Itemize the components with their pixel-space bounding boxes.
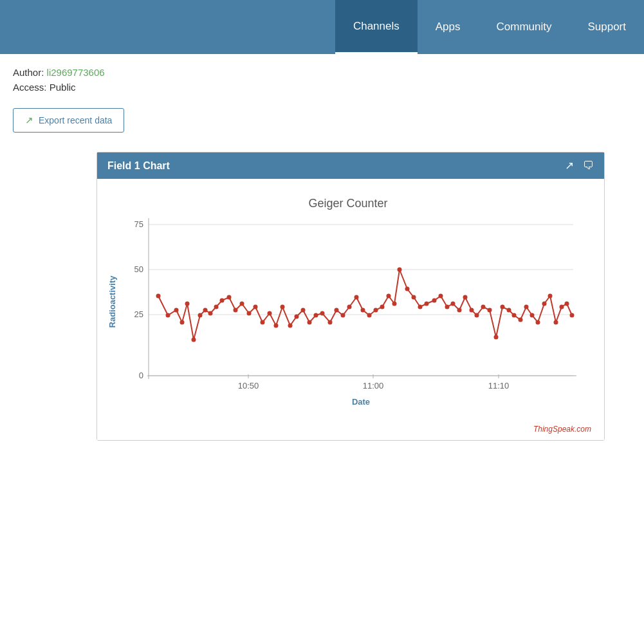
nav-support[interactable]: Support <box>569 0 644 54</box>
svg-text:25: 25 <box>134 309 143 319</box>
svg-text:Radioactivity: Radioactivity <box>107 275 117 328</box>
svg-text:Date: Date <box>352 397 370 407</box>
access-value: Public <box>50 82 76 93</box>
chart-header-title: Field 1 Chart <box>107 160 170 172</box>
svg-point-34 <box>261 320 265 325</box>
svg-point-29 <box>227 295 232 300</box>
svg-point-52 <box>380 305 385 309</box>
svg-point-50 <box>367 313 372 318</box>
svg-text:75: 75 <box>134 219 143 229</box>
svg-point-60 <box>432 299 437 303</box>
svg-text:50: 50 <box>134 264 143 274</box>
svg-point-73 <box>512 313 517 318</box>
svg-point-32 <box>247 311 252 316</box>
svg-text:11:00: 11:00 <box>363 381 384 391</box>
chart-card: Field 1 Chart ↗ 🗨 Geiger Counter <box>97 152 605 441</box>
svg-point-45 <box>335 308 339 313</box>
svg-point-23 <box>192 338 196 342</box>
chart-svg-container: Geiger Counter <box>104 189 598 423</box>
svg-point-58 <box>418 305 423 309</box>
svg-text:11:10: 11:10 <box>488 381 510 391</box>
svg-point-68 <box>481 305 486 309</box>
svg-point-71 <box>501 305 505 309</box>
svg-point-36 <box>274 324 279 328</box>
svg-point-46 <box>341 313 345 318</box>
svg-point-53 <box>387 294 391 299</box>
author-link[interactable]: li2969773606 <box>47 67 105 78</box>
svg-point-76 <box>530 313 535 318</box>
svg-point-19 <box>166 313 170 318</box>
svg-point-37 <box>281 305 285 309</box>
access-line: Access: Public <box>13 82 631 93</box>
access-label: Access: <box>13 82 47 93</box>
svg-point-57 <box>412 295 416 300</box>
svg-point-72 <box>507 308 511 313</box>
svg-point-33 <box>253 305 258 309</box>
svg-point-43 <box>320 311 325 316</box>
expand-icon[interactable]: ↗ <box>565 159 574 172</box>
chart-header: Field 1 Chart ↗ 🗨 <box>97 152 604 179</box>
svg-point-62 <box>445 305 450 309</box>
svg-point-82 <box>565 302 569 306</box>
svg-point-20 <box>174 308 179 313</box>
nav-community-label: Community <box>496 21 551 33</box>
svg-point-66 <box>470 308 474 313</box>
chart-header-icons: ↗ 🗨 <box>565 159 594 172</box>
svg-point-54 <box>392 302 397 306</box>
svg-point-70 <box>494 335 499 340</box>
navbar: Channels Apps Community Support <box>0 0 644 54</box>
svg-point-42 <box>314 313 318 318</box>
svg-point-78 <box>542 302 547 306</box>
svg-point-25 <box>203 308 208 313</box>
comment-icon[interactable]: 🗨 <box>583 160 594 172</box>
svg-point-28 <box>220 299 225 303</box>
svg-point-21 <box>180 320 185 325</box>
svg-point-80 <box>554 320 558 325</box>
svg-text:10:50: 10:50 <box>238 381 259 391</box>
svg-point-63 <box>451 302 455 306</box>
svg-point-67 <box>475 313 479 318</box>
svg-point-65 <box>463 295 468 300</box>
svg-point-26 <box>208 311 213 316</box>
nav-support-label: Support <box>587 21 626 33</box>
svg-point-83 <box>570 313 575 318</box>
svg-point-27 <box>214 305 219 309</box>
chart-title-text: Geiger Counter <box>308 197 387 210</box>
svg-point-41 <box>308 320 312 325</box>
svg-point-59 <box>425 302 429 306</box>
svg-point-31 <box>240 302 244 306</box>
svg-point-75 <box>524 305 529 309</box>
svg-point-77 <box>536 320 540 325</box>
svg-point-69 <box>488 308 492 313</box>
svg-point-39 <box>295 315 299 319</box>
nav-community[interactable]: Community <box>478 0 569 54</box>
export-button[interactable]: ↗ Export recent data <box>13 108 124 133</box>
svg-point-55 <box>398 268 402 272</box>
chart-svg: Geiger Counter <box>104 189 593 421</box>
author-line: Author: li2969773606 <box>13 67 631 78</box>
svg-point-35 <box>268 311 272 316</box>
svg-point-48 <box>354 295 359 300</box>
export-button-label: Export recent data <box>39 115 112 125</box>
svg-point-44 <box>328 320 333 325</box>
nav-channels[interactable]: Channels <box>335 0 418 54</box>
svg-point-64 <box>457 308 462 313</box>
nav-channels-label: Channels <box>353 20 400 33</box>
svg-point-47 <box>347 305 352 309</box>
svg-point-22 <box>185 302 190 306</box>
svg-point-18 <box>156 294 161 299</box>
author-label: Author: <box>13 67 44 78</box>
svg-point-79 <box>548 294 553 299</box>
svg-point-24 <box>198 313 203 318</box>
nav-apps-label: Apps <box>436 21 461 33</box>
svg-point-51 <box>374 308 378 313</box>
svg-text:0: 0 <box>139 371 143 380</box>
svg-point-74 <box>519 318 523 322</box>
page-content: Author: li2969773606 Access: Public ↗ Ex… <box>0 54 644 460</box>
svg-point-40 <box>301 308 306 313</box>
svg-point-81 <box>560 305 564 309</box>
thingspeak-credit: ThingSpeak.com <box>104 425 598 434</box>
svg-point-30 <box>234 308 238 313</box>
nav-apps[interactable]: Apps <box>418 0 479 54</box>
export-icon: ↗ <box>25 115 33 126</box>
